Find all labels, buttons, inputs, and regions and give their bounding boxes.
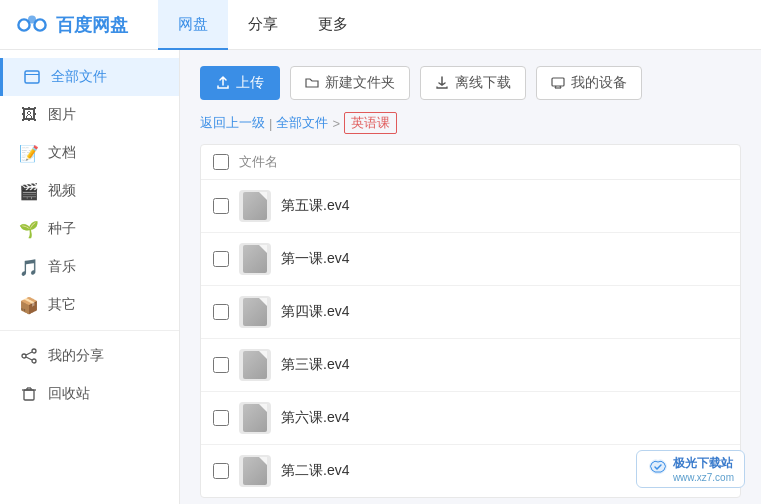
nav-tab-share[interactable]: 分享 xyxy=(228,0,298,50)
nav-tab-cloud[interactable]: 网盘 xyxy=(158,0,228,50)
sidebar-item-my-share[interactable]: 我的分享 xyxy=(0,337,179,375)
sidebar-label-other: 其它 xyxy=(48,296,76,314)
sidebar-label-images: 图片 xyxy=(48,106,76,124)
sidebar-label-videos: 视频 xyxy=(48,182,76,200)
svg-rect-15 xyxy=(552,78,564,86)
file-name: 第五课.ev4 xyxy=(281,197,728,215)
sidebar-item-all-files[interactable]: 全部文件 xyxy=(0,58,179,96)
table-row[interactable]: 第五课.ev4 xyxy=(201,180,740,233)
device-icon xyxy=(551,76,565,90)
svg-point-1 xyxy=(34,19,45,30)
file-name: 第四课.ev4 xyxy=(281,303,728,321)
nav-tabs: 网盘 分享 更多 xyxy=(158,0,368,50)
file-list-header: 文件名 xyxy=(201,145,740,180)
sidebar-label-torrents: 种子 xyxy=(48,220,76,238)
sidebar-label-recycle: 回收站 xyxy=(48,385,90,403)
breadcrumb-back[interactable]: 返回上一级 xyxy=(200,114,265,132)
file-name: 第六课.ev4 xyxy=(281,409,728,427)
sidebar-item-docs[interactable]: 📝 文档 xyxy=(0,134,179,172)
logo-area: 百度网盘 xyxy=(16,13,128,37)
file-icon-shape xyxy=(243,457,267,485)
breadcrumb-current: 英语课 xyxy=(344,112,397,134)
sidebar-item-torrents[interactable]: 🌱 种子 xyxy=(0,210,179,248)
folder-icon xyxy=(305,76,319,90)
svg-rect-4 xyxy=(25,74,39,75)
other-icon: 📦 xyxy=(20,296,38,314)
file-name: 第三课.ev4 xyxy=(281,356,728,374)
file-checkbox[interactable] xyxy=(213,304,229,320)
sidebar-item-recycle[interactable]: 回收站 xyxy=(0,375,179,413)
sidebar-divider xyxy=(0,330,179,331)
watermark-brand: 极光下载站 xyxy=(673,455,734,472)
music-icon: 🎵 xyxy=(20,258,38,276)
file-name: 第一课.ev4 xyxy=(281,250,728,268)
svg-rect-3 xyxy=(25,71,39,83)
images-icon: 🖼 xyxy=(20,106,38,124)
watermark-site: www.xz7.com xyxy=(673,472,734,483)
sidebar-label-music: 音乐 xyxy=(48,258,76,276)
svg-point-7 xyxy=(32,359,36,363)
table-row[interactable]: 第六课.ev4 xyxy=(201,392,740,445)
upload-icon xyxy=(216,76,230,90)
my-device-button[interactable]: 我的设备 xyxy=(536,66,642,100)
trash-icon xyxy=(20,385,38,403)
file-checkbox[interactable] xyxy=(213,410,229,426)
file-checkbox[interactable] xyxy=(213,251,229,267)
breadcrumb-root[interactable]: 全部文件 xyxy=(276,114,328,132)
sidebar-item-videos[interactable]: 🎬 视频 xyxy=(0,172,179,210)
table-row[interactable]: 第一课.ev4 xyxy=(201,233,740,286)
file-checkbox[interactable] xyxy=(213,198,229,214)
videos-icon: 🎬 xyxy=(20,182,38,200)
file-icon xyxy=(239,349,271,381)
nav-tab-more[interactable]: 更多 xyxy=(298,0,368,50)
svg-rect-10 xyxy=(24,390,34,400)
svg-point-0 xyxy=(18,19,29,30)
table-row[interactable]: 第四课.ev4 xyxy=(201,286,740,339)
offline-download-button[interactable]: 离线下载 xyxy=(420,66,526,100)
sidebar: 全部文件 🖼 图片 📝 文档 🎬 视频 🌱 种子 🎵 音乐 📦 其它 xyxy=(0,50,180,504)
file-icon-shape xyxy=(243,245,267,273)
file-icon-shape xyxy=(243,351,267,379)
file-icon-shape xyxy=(243,298,267,326)
column-name: 文件名 xyxy=(239,153,278,171)
upload-button[interactable]: 上传 xyxy=(200,66,280,100)
docs-icon: 📝 xyxy=(20,144,38,162)
share-icon xyxy=(20,347,38,365)
toolbar: 上传 新建文件夹 离线下载 xyxy=(200,66,741,100)
breadcrumb-sep2: > xyxy=(332,116,340,131)
file-list: 文件名 第五课.ev4 第一课.ev4 第四课.ev4 第三课.ev4 xyxy=(200,144,741,498)
sidebar-item-music[interactable]: 🎵 音乐 xyxy=(0,248,179,286)
file-icon xyxy=(239,243,271,275)
file-icon xyxy=(239,296,271,328)
table-row[interactable]: 第三课.ev4 xyxy=(201,339,740,392)
new-folder-button[interactable]: 新建文件夹 xyxy=(290,66,410,100)
file-icon xyxy=(239,190,271,222)
app-name: 百度网盘 xyxy=(56,13,128,37)
svg-point-5 xyxy=(32,349,36,353)
select-all-checkbox[interactable] xyxy=(213,154,229,170)
torrents-icon: 🌱 xyxy=(20,220,38,238)
svg-point-6 xyxy=(22,354,26,358)
breadcrumb: 返回上一级 | 全部文件 > 英语课 xyxy=(200,112,741,134)
sidebar-label-docs: 文档 xyxy=(48,144,76,162)
file-icon xyxy=(239,402,271,434)
file-icon-shape xyxy=(243,404,267,432)
logo-icon xyxy=(16,13,48,37)
svg-point-2 xyxy=(28,15,36,23)
file-icon-shape xyxy=(243,192,267,220)
svg-line-8 xyxy=(26,352,32,355)
content-area: 上传 新建文件夹 离线下载 xyxy=(180,50,761,504)
file-checkbox[interactable] xyxy=(213,463,229,479)
main-layout: 全部文件 🖼 图片 📝 文档 🎬 视频 🌱 种子 🎵 音乐 📦 其它 xyxy=(0,50,761,504)
sidebar-label-my-share: 我的分享 xyxy=(48,347,104,365)
all-files-icon xyxy=(23,68,41,86)
svg-line-9 xyxy=(26,357,32,360)
breadcrumb-sep1: | xyxy=(269,116,272,131)
sidebar-item-images[interactable]: 🖼 图片 xyxy=(0,96,179,134)
file-checkbox[interactable] xyxy=(213,357,229,373)
file-icon xyxy=(239,455,271,487)
sidebar-label-all-files: 全部文件 xyxy=(51,68,107,86)
download-icon xyxy=(435,76,449,90)
watermark-logo xyxy=(647,458,669,481)
sidebar-item-other[interactable]: 📦 其它 xyxy=(0,286,179,324)
